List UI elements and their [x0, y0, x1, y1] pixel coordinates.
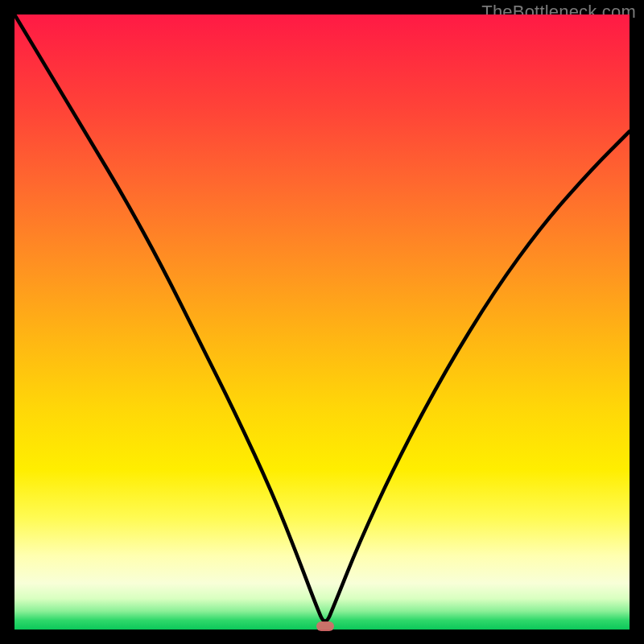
- minimum-marker: [316, 621, 334, 631]
- bottleneck-curve: [14, 14, 630, 630]
- plot-area: [14, 14, 630, 630]
- chart-frame: TheBottleneck.com: [0, 0, 644, 644]
